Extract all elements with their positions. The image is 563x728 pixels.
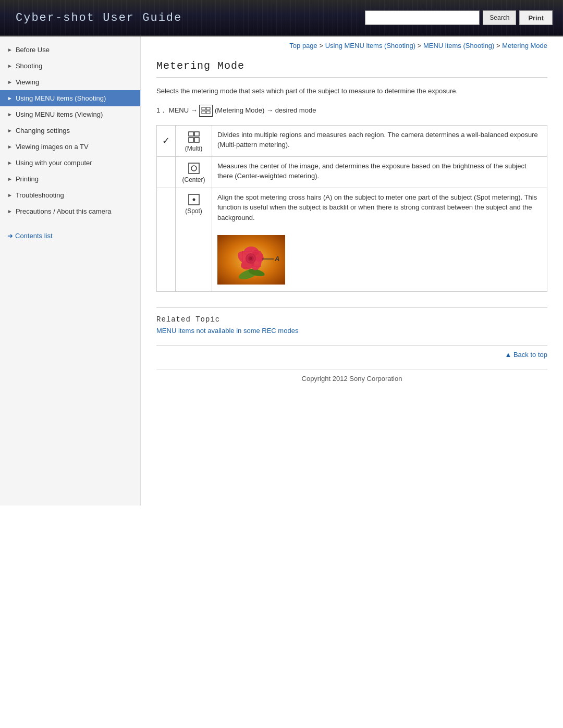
related-topic-title: Related Topic xyxy=(156,315,547,324)
spot-icon xyxy=(188,193,200,206)
sidebar-item-printing[interactable]: ► Printing xyxy=(0,171,140,187)
arrow-icon: ► xyxy=(7,176,13,182)
multi-label: (Multi) xyxy=(181,145,206,152)
multi-icon xyxy=(188,131,200,143)
sidebar-item-label: Precautions / About this camera xyxy=(16,207,112,215)
step-arrow2: → xyxy=(266,106,275,114)
contents-list-link[interactable]: ➜ Contents list xyxy=(0,227,140,245)
sidebar-item-label: Using MENU items (Viewing) xyxy=(16,110,103,118)
sidebar-item-precautions[interactable]: ► Precautions / About this camera xyxy=(0,203,140,219)
header: Cyber-shot User Guide Search Print xyxy=(0,0,563,36)
sidebar-item-using-computer[interactable]: ► Using with your computer xyxy=(0,155,140,171)
arrow-icon: ► xyxy=(7,160,13,166)
contents-list-label: Contents list xyxy=(15,232,53,240)
sidebar-item-using-menu-viewing[interactable]: ► Using MENU items (Viewing) xyxy=(0,106,140,122)
check-cell-empty xyxy=(157,156,176,188)
related-topic-link[interactable]: MENU items not available in some REC mod… xyxy=(156,327,298,335)
svg-rect-6 xyxy=(189,138,193,142)
search-area: Search Print xyxy=(365,10,553,25)
page-description: Selects the metering mode that sets whic… xyxy=(156,86,547,96)
app-title: Cyber-shot User Guide xyxy=(16,11,182,24)
main-layout: ► Before Use ► Shooting ► Viewing ► Usin… xyxy=(0,36,563,505)
breadcrumb-metering-mode[interactable]: Metering Mode xyxy=(502,42,547,50)
metering-table: ✓ (Multi) Divides into multiple regions … xyxy=(156,125,547,292)
svg-rect-4 xyxy=(189,132,193,136)
sidebar-item-viewing[interactable]: ► Viewing xyxy=(0,74,140,90)
step-number: 1． xyxy=(156,106,167,114)
sidebar-item-label: Viewing xyxy=(16,78,39,86)
table-row: (Spot) Align the spot metering cross hai… xyxy=(157,188,547,292)
copyright-text: Copyright 2012 Sony Corporation xyxy=(302,375,402,382)
sidebar-item-troubleshooting[interactable]: ► Troubleshooting xyxy=(0,187,140,203)
icon-cell-multi: (Multi) xyxy=(176,125,212,156)
sidebar-item-before-use[interactable]: ► Before Use xyxy=(0,42,140,58)
arrow-icon: ► xyxy=(7,112,13,117)
sidebar: ► Before Use ► Shooting ► Viewing ► Usin… xyxy=(0,36,141,505)
breadcrumb-using-menu-shooting[interactable]: Using MENU items (Shooting) xyxy=(325,42,415,50)
footer: Copyright 2012 Sony Corporation xyxy=(156,369,547,388)
arrow-icon: ► xyxy=(7,47,13,53)
step-end: desired mode xyxy=(275,106,316,114)
arrow-icon: ► xyxy=(7,192,13,198)
spot-image-area: A xyxy=(217,235,285,288)
sidebar-item-label: Before Use xyxy=(16,46,50,54)
check-cell-empty2 xyxy=(157,188,176,292)
search-button[interactable]: Search xyxy=(483,10,516,25)
svg-rect-3 xyxy=(206,111,210,114)
arrow-icon: ► xyxy=(7,144,13,150)
back-to-top-link[interactable]: ▲ Back to top xyxy=(505,351,547,359)
metering-icon xyxy=(199,105,213,117)
search-input[interactable] xyxy=(365,10,480,25)
table-row: ✓ (Multi) Divides into multiple regions … xyxy=(157,125,547,156)
svg-rect-5 xyxy=(194,132,199,136)
sidebar-item-label: Shooting xyxy=(16,62,42,70)
spot-description: Align the spot metering cross hairs (A) … xyxy=(212,188,547,292)
page-title: Metering Mode xyxy=(156,60,547,78)
icon-cell-spot: (Spot) xyxy=(176,188,212,292)
svg-point-22 xyxy=(249,257,252,260)
breadcrumb: Top page > Using MENU items (Shooting) >… xyxy=(156,42,547,50)
sidebar-item-label: Printing xyxy=(16,175,39,183)
sidebar-item-label: Using MENU items (Shooting) xyxy=(16,94,106,102)
arrow-icon: ► xyxy=(7,128,13,133)
step-menu: MENU xyxy=(169,106,189,114)
svg-rect-7 xyxy=(194,138,199,142)
checkmark-icon: ✓ xyxy=(162,135,170,146)
icon-cell-center: (Center) xyxy=(176,156,212,188)
content-area: Top page > Using MENU items (Shooting) >… xyxy=(141,36,563,505)
center-description: Measures the center of the image, and de… xyxy=(212,156,547,188)
svg-rect-0 xyxy=(202,107,205,110)
step-mode-label: (Metering Mode) xyxy=(215,106,266,114)
svg-point-9 xyxy=(191,166,197,171)
step-instruction: 1． MENU → (Metering Mode) → desired mode xyxy=(156,105,547,117)
svg-rect-1 xyxy=(206,107,210,110)
sidebar-item-viewing-tv[interactable]: ► Viewing images on a TV xyxy=(0,139,140,155)
center-icon xyxy=(188,162,200,175)
sidebar-item-label: Troubleshooting xyxy=(16,191,64,199)
svg-rect-8 xyxy=(189,163,199,174)
sidebar-item-changing-settings[interactable]: ► Changing settings xyxy=(0,122,140,139)
svg-rect-2 xyxy=(202,111,205,114)
breadcrumb-sep2: > xyxy=(418,42,423,50)
sidebar-item-label: Using with your computer xyxy=(16,159,92,167)
breadcrumb-top-page[interactable]: Top page xyxy=(289,42,317,50)
multi-description: Divides into multiple regions and measur… xyxy=(212,125,547,156)
step-arrow1: → xyxy=(191,106,200,114)
print-button[interactable]: Print xyxy=(519,10,553,25)
arrow-icon: ► xyxy=(7,208,13,214)
sidebar-item-using-menu-shooting[interactable]: ► Using MENU items (Shooting) xyxy=(0,90,140,106)
spot-flower-image: A xyxy=(217,235,285,285)
sidebar-item-shooting[interactable]: ► Shooting xyxy=(0,58,140,74)
arrow-right-icon: ➜ xyxy=(7,232,13,240)
spot-label: (Spot) xyxy=(181,207,206,215)
breadcrumb-sep3: > xyxy=(496,42,502,50)
sidebar-item-label: Changing settings xyxy=(16,127,70,134)
related-topic: Related Topic MENU items not available i… xyxy=(156,307,547,335)
svg-text:A: A xyxy=(274,255,279,263)
arrow-icon: ► xyxy=(7,63,13,69)
svg-point-11 xyxy=(192,198,195,201)
breadcrumb-sep1: > xyxy=(319,42,325,50)
back-to-top: ▲ Back to top xyxy=(156,345,547,359)
breadcrumb-menu-items-shooting[interactable]: MENU items (Shooting) xyxy=(423,42,495,50)
arrow-icon: ► xyxy=(7,79,13,85)
